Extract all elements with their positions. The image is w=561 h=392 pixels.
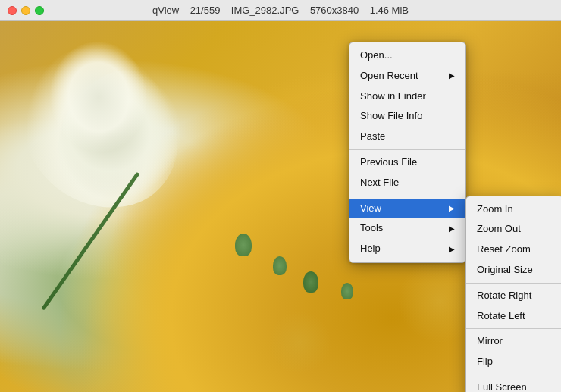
menu-item-rotate-right[interactable]: Rotate Right	[466, 286, 561, 306]
menu-item-open-label: Open...	[360, 48, 455, 64]
bokeh-4	[265, 309, 334, 377]
menu-item-previous-file-label: Previous File	[360, 155, 455, 171]
window-title: qView – 21/559 – IMG_2982.JPG – 5760x384…	[152, 5, 409, 16]
menu-item-zoom-in-label: Zoom In	[477, 202, 553, 218]
separator-2	[349, 196, 465, 196]
traffic-lights	[8, 6, 44, 15]
menu-item-flip[interactable]: Flip	[466, 352, 561, 372]
menu-item-open-recent-label: Open Recent	[360, 68, 443, 84]
menu-item-show-file-info[interactable]: Show File Info	[349, 106, 465, 127]
close-button[interactable]	[8, 6, 17, 15]
menu-item-help-label: Help	[360, 241, 443, 257]
menu-item-next-file-label: Next File	[360, 175, 455, 191]
view-sep-3	[466, 375, 561, 375]
menu-item-view-container: View ▶ Zoom In Zoom Out Reset Zoom Origi…	[349, 199, 465, 219]
minimize-button[interactable]	[21, 6, 30, 15]
submenu-arrow-open-recent: ▶	[449, 70, 455, 82]
menu-item-show-in-finder-label: Show in Finder	[360, 89, 455, 105]
menu-item-tools-label: Tools	[360, 221, 443, 237]
menu-item-next-file[interactable]: Next File	[349, 173, 465, 193]
menu-item-zoom-out-label: Zoom Out	[477, 221, 553, 237]
view-sep-1	[466, 283, 561, 284]
menu-item-paste-label: Paste	[360, 129, 455, 145]
menu-item-rotate-left-label: Rotate Left	[477, 309, 553, 325]
menu-item-paste[interactable]: Paste	[349, 127, 465, 147]
separator-1	[349, 149, 465, 150]
menu-item-open[interactable]: Open...	[349, 45, 465, 66]
menu-item-show-in-finder[interactable]: Show in Finder	[349, 86, 465, 107]
context-menu: Open... Open Recent ▶ Show in Finder Sho…	[349, 42, 466, 263]
menu-item-original-size-label: Original Size	[477, 262, 553, 278]
menu-item-help[interactable]: Help ▶	[349, 239, 465, 259]
menu-item-reset-zoom[interactable]: Reset Zoom	[466, 240, 561, 260]
menu-item-zoom-out[interactable]: Zoom Out	[466, 219, 561, 240]
menu-item-full-screen-label: Full Screen	[477, 380, 553, 392]
menu-item-zoom-in[interactable]: Zoom In	[466, 199, 561, 220]
bud-1	[235, 234, 252, 256]
menu-item-rotate-right-label: Rotate Right	[477, 288, 553, 304]
menu-item-view[interactable]: View ▶	[349, 199, 465, 219]
menu-item-previous-file[interactable]: Previous File	[349, 152, 465, 173]
menu-item-rotate-left[interactable]: Rotate Left	[466, 306, 561, 327]
menu-item-reset-zoom-label: Reset Zoom	[477, 242, 553, 258]
menu-item-open-recent[interactable]: Open Recent ▶	[349, 66, 465, 86]
menu-item-mirror[interactable]: Mirror	[466, 331, 561, 352]
bud-3	[303, 271, 318, 293]
title-bar: qView – 21/559 – IMG_2982.JPG – 5760x384…	[0, 0, 561, 21]
view-sep-2	[466, 328, 561, 329]
menu-item-original-size[interactable]: Original Size	[466, 260, 561, 281]
submenu-arrow-help: ▶	[449, 243, 455, 256]
view-submenu: Zoom In Zoom Out Reset Zoom Original Siz…	[465, 196, 561, 392]
submenu-arrow-view: ▶	[449, 202, 455, 215]
bud-4	[341, 283, 353, 299]
maximize-button[interactable]	[35, 6, 44, 15]
menu-item-mirror-label: Mirror	[477, 334, 553, 350]
menu-item-full-screen[interactable]: Full Screen	[466, 378, 561, 392]
submenu-arrow-tools: ▶	[449, 223, 455, 235]
bud-2	[273, 256, 287, 275]
menu-item-show-file-info-label: Show File Info	[360, 108, 455, 124]
menu-item-view-label: View	[360, 201, 443, 217]
menu-item-tools[interactable]: Tools ▶	[349, 218, 465, 239]
menu-item-flip-label: Flip	[477, 354, 553, 370]
